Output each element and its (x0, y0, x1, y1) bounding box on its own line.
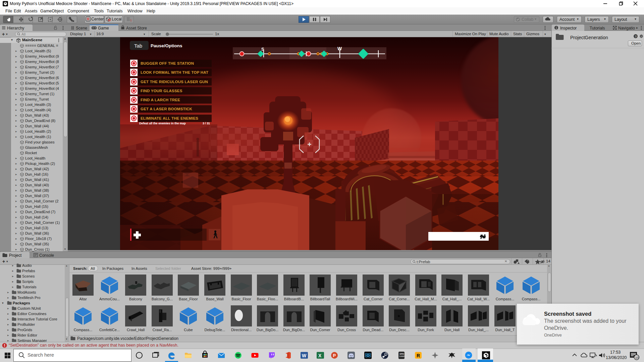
svg-text:?: ? (635, 35, 637, 38)
svg-text:X: X (318, 353, 322, 358)
svg-text:P: P (333, 353, 336, 358)
svg-text:EPIC: EPIC (400, 353, 405, 355)
svg-text:W: W (302, 353, 307, 358)
svg-text:R: R (417, 353, 420, 358)
svg-text:10: 10 (635, 356, 639, 359)
svg-text:GAMES: GAMES (399, 355, 406, 357)
svg-text:5: 5 (130, 19, 132, 22)
